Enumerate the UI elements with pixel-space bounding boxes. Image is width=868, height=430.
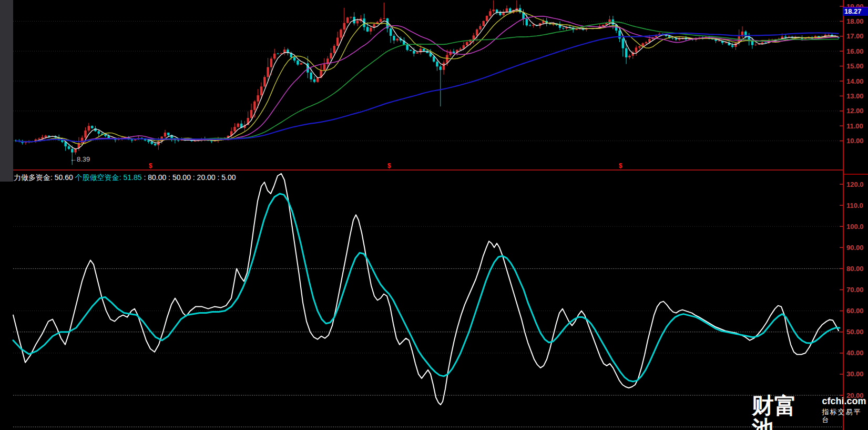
ma-fast-white [16,10,839,149]
candle-body [473,35,475,39]
candle-body [493,9,495,11]
candle-body [88,126,90,131]
candle-body [446,55,448,63]
candle-body [731,45,733,47]
ma-magenta [16,16,839,142]
candle-body [406,45,408,50]
candle-body [131,139,133,140]
candle-body [310,73,312,79]
candle-body [489,11,491,16]
candle-body [313,79,315,82]
candle-body [440,66,442,69]
candle-body [618,31,620,38]
dollar-marker-icon: $ [619,162,622,169]
candle-body [147,141,149,142]
candle-body [257,95,259,102]
candle-body [91,126,93,128]
candle-body [724,43,727,43]
candle-body [253,102,256,110]
candle-body [734,43,737,47]
candle-body [390,28,392,36]
candle-body [84,131,86,138]
candle-body [380,19,382,22]
candle-body [562,28,564,28]
candle-body [300,63,302,65]
candle-body [436,62,438,66]
candle-body [45,136,47,137]
candle-body [293,57,295,61]
bottom-axis-label: 80.00 [846,265,864,272]
candle-body [483,21,485,26]
candle-body [336,37,339,46]
indicator-parameter-row: 主力做多资金: 50.60 个股做空资金: 51.85 : 80.00 : 50… [6,173,236,182]
top-axis-label: 17.00 [846,33,864,39]
bottom-axis-label: 100.0 [846,223,864,230]
candle-body [396,39,399,41]
candle-body [433,56,435,62]
candle-body [754,45,757,45]
last-price-value: 18.27 [844,7,862,15]
candle-body [784,37,787,38]
candle-body [718,41,720,42]
candle-body [758,44,760,45]
top-axis-label: 15.00 [846,63,864,69]
candle-body [420,49,422,53]
candle-body [164,133,166,137]
candle-body [263,77,265,86]
candle-body [443,63,445,70]
candle-body [346,17,349,23]
candle-body [350,17,352,17]
watermark: 财富池 cfchi.com 指标交易平台 [752,394,868,430]
indicator-label-part-0: 主力做多资金: 50.60 [6,173,73,182]
ma-yellow [16,11,839,144]
candle-body [476,29,478,36]
candle-body [356,21,359,24]
candle-body [61,140,63,142]
candle-body [635,47,637,52]
candle-body [423,49,425,51]
candle-body [48,136,50,137]
low-price-marker: ←8.39 [70,155,90,163]
candle-body [675,38,677,39]
candle-body [237,124,239,127]
candle-body [194,141,196,142]
candle-body [260,86,262,95]
candle-body [383,18,385,19]
candle-body [277,54,279,54]
indicator-label-part-2: : 80.00 : 50.00 : 20.00 : 5.00 [142,173,236,182]
stock-chart-app: 19.0018.0017.0016.0015.0014.0013.0012.00… [0,0,868,430]
last-price-badge: 18.27 [843,7,868,16]
candle-body [343,23,345,30]
candle-body [645,42,647,43]
watermark-domain: cfchi.com [822,396,868,406]
indicator-line-0 [13,174,839,405]
candle-body [466,42,468,45]
indicator-label-part-1: 个股做空资金: 51.85 [73,173,142,182]
candle-body [416,53,418,54]
bottom-axis-label: 40.00 [846,349,864,356]
dollar-marker-icon: $ [149,162,152,169]
chart-canvas[interactable] [0,0,868,430]
indicator-line-1 [13,194,840,382]
candle-body [167,133,169,135]
candle-body [526,19,528,25]
candle-body [628,56,630,57]
watermark-right-block: cfchi.com 指标交易平台 [822,396,868,424]
bottom-axis-label: 50.00 [846,328,864,335]
candle-body [671,38,673,38]
candle-body [764,43,767,43]
bottom-axis-label: 60.00 [846,307,864,314]
candle-body [602,25,604,26]
candle-body [529,25,531,26]
bottom-axis-label: 30.00 [846,371,864,377]
candle-body [273,54,275,59]
left-window-edge [0,0,13,182]
candle-body [250,110,252,118]
bottom-axis-label: 90.00 [846,244,864,251]
dollar-marker-icon: $ [387,162,391,169]
candle-body [323,64,325,70]
top-axis-label: 16.00 [846,48,864,55]
candle-body [638,46,640,47]
candle-body [625,48,627,57]
candle-body [38,139,40,139]
